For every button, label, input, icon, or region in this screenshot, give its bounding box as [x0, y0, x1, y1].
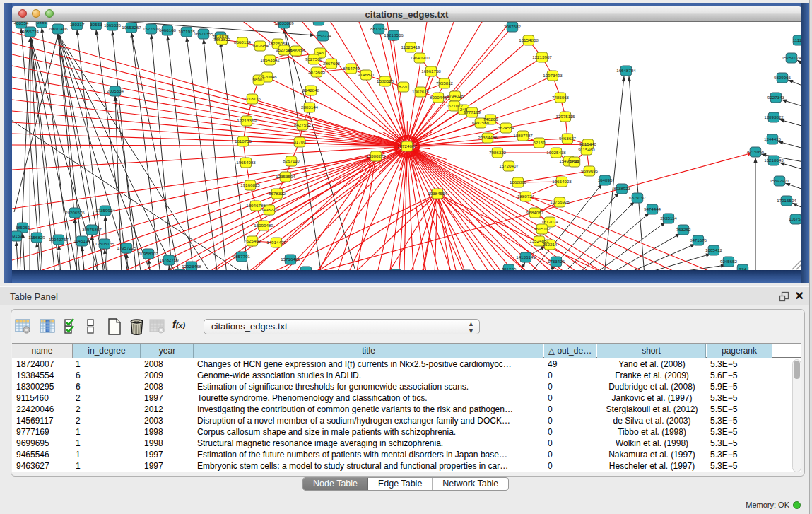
- svg-text:10958107: 10958107: [139, 251, 158, 256]
- svg-text:160338: 160338: [312, 22, 326, 23]
- svg-text:9463627: 9463627: [559, 136, 577, 141]
- svg-text:16961758: 16961758: [421, 69, 441, 74]
- svg-text:16648784: 16648784: [616, 68, 636, 73]
- svg-text:9684067: 9684067: [526, 210, 544, 215]
- svg-text:8990448: 8990448: [430, 95, 447, 100]
- svg-text:15716485: 15716485: [281, 257, 300, 262]
- svg-text:12975115: 12975115: [555, 114, 575, 119]
- svg-text:3498222: 3498222: [261, 207, 278, 212]
- svg-text:9777169: 9777169: [464, 110, 481, 115]
- svg-text:10543342: 10543342: [260, 57, 280, 62]
- svg-text:20206576: 20206576: [65, 210, 85, 215]
- svg-text:1615112: 1615112: [534, 226, 551, 231]
- svg-text:14136141: 14136141: [516, 255, 536, 259]
- svg-text:116753: 116753: [789, 216, 801, 221]
- svg-text:9699695: 9699695: [581, 168, 599, 173]
- svg-text:98901: 98901: [252, 77, 265, 82]
- svg-text:19640910: 19640910: [410, 55, 430, 60]
- svg-text:16671355: 16671355: [194, 31, 213, 36]
- svg-text:1244415: 1244415: [764, 136, 782, 141]
- svg-text:2803144: 2803144: [301, 105, 319, 110]
- svg-text:12093822: 12093822: [764, 115, 784, 119]
- svg-text:7663822: 7663822: [213, 37, 231, 42]
- svg-text:8678332: 8678332: [269, 191, 286, 196]
- svg-text:7485063: 7485063: [552, 95, 570, 100]
- svg-text:8427552: 8427552: [294, 122, 312, 127]
- svg-text:8267110: 8267110: [283, 158, 300, 163]
- svg-text:9844: 9844: [570, 159, 579, 164]
- svg-text:8813054: 8813054: [370, 26, 388, 31]
- svg-text:19166825: 19166825: [240, 182, 260, 187]
- svg-text:39159: 39159: [12, 233, 23, 238]
- svg-text:12942757: 12942757: [49, 237, 69, 242]
- svg-text:1588520: 1588520: [377, 78, 394, 83]
- svg-text:4055724: 4055724: [22, 29, 40, 34]
- svg-text:15692971: 15692971: [770, 178, 789, 183]
- svg-text:10973493: 10973493: [543, 73, 563, 78]
- svg-text:252214: 252214: [543, 242, 558, 247]
- svg-text:15720407: 15720407: [499, 163, 519, 168]
- svg-text:16154808: 16154808: [519, 37, 539, 42]
- svg-text:10653267: 10653267: [122, 25, 141, 30]
- svg-text:12353594: 12353594: [276, 174, 295, 179]
- svg-text:19384554: 19384554: [428, 191, 447, 196]
- svg-text:19654983: 19654983: [236, 160, 256, 165]
- svg-text:8660124: 8660124: [234, 40, 252, 45]
- svg-text:1610755: 1610755: [235, 139, 252, 144]
- svg-text:6466160: 6466160: [159, 28, 177, 33]
- svg-text:546: 546: [317, 50, 324, 55]
- svg-text:9327508: 9327508: [305, 57, 323, 62]
- svg-text:1612074: 1612074: [541, 219, 559, 224]
- svg-text:381235: 381235: [502, 267, 517, 270]
- svg-text:9474444: 9474444: [644, 206, 661, 211]
- svg-text:408554: 408554: [14, 22, 29, 25]
- svg-text:16782759: 16782759: [159, 257, 179, 262]
- svg-text:19218506: 19218506: [384, 33, 404, 37]
- svg-text:1145194: 1145194: [73, 238, 90, 243]
- svg-text:1068860: 1068860: [510, 180, 527, 185]
- svg-text:924: 924: [739, 267, 747, 270]
- svg-text:12505135: 12505135: [95, 241, 114, 246]
- svg-text:1156829: 1156829: [28, 235, 45, 240]
- svg-text:16210643: 16210643: [764, 158, 784, 163]
- svg-text:12923468: 12923468: [182, 264, 201, 269]
- svg-text:2005334: 2005334: [107, 88, 124, 93]
- svg-text:180317: 180317: [70, 22, 85, 27]
- svg-text:8938923: 8938923: [613, 186, 631, 191]
- svg-text:20364436: 20364436: [478, 135, 498, 140]
- svg-text:9329966: 9329966: [774, 75, 792, 80]
- svg-text:14914479: 14914479: [266, 240, 286, 245]
- svg-text:19654923: 19654923: [552, 179, 572, 184]
- svg-text:8454749: 8454749: [343, 66, 360, 71]
- svg-text:7357224: 7357224: [314, 33, 332, 38]
- svg-text:385061: 385061: [16, 225, 30, 230]
- svg-text:3624554: 3624554: [498, 125, 515, 130]
- svg-text:13226058: 13226058: [268, 41, 288, 46]
- svg-text:9242848: 9242848: [302, 88, 320, 93]
- svg-text:9886: 9886: [37, 22, 47, 25]
- svg-text:62160: 62160: [533, 140, 546, 145]
- svg-text:17359924: 17359924: [95, 208, 115, 213]
- svg-text:10756928: 10756928: [550, 199, 570, 204]
- svg-text:1527602: 1527602: [143, 26, 160, 31]
- svg-text:7986322: 7986322: [489, 150, 507, 155]
- svg-text:1071915: 1071915: [178, 29, 196, 34]
- svg-text:104921: 104921: [299, 269, 314, 270]
- svg-text:7625402: 7625402: [244, 238, 261, 243]
- svg-text:9227343: 9227343: [767, 95, 785, 100]
- svg-text:1880724: 1880724: [517, 194, 535, 199]
- svg-text:2935114: 2935114: [660, 216, 677, 221]
- svg-text:10025438: 10025438: [546, 150, 566, 155]
- svg-text:164095: 164095: [598, 177, 613, 182]
- svg-text:16099489: 16099489: [254, 223, 273, 228]
- svg-text:2718176: 2718176: [244, 96, 261, 101]
- svg-text:15300275: 15300275: [366, 153, 386, 158]
- svg-text:17957225: 17957225: [117, 245, 136, 250]
- svg-text:15751074: 15751074: [782, 55, 801, 60]
- svg-text:6379197: 6379197: [629, 195, 647, 200]
- svg-text:10807487: 10807487: [513, 133, 533, 138]
- svg-text:763262: 763262: [676, 227, 691, 232]
- svg-text:8220: 8220: [399, 84, 408, 89]
- svg-text:11325419: 11325419: [401, 45, 420, 49]
- svg-text:31700: 31700: [293, 139, 306, 144]
